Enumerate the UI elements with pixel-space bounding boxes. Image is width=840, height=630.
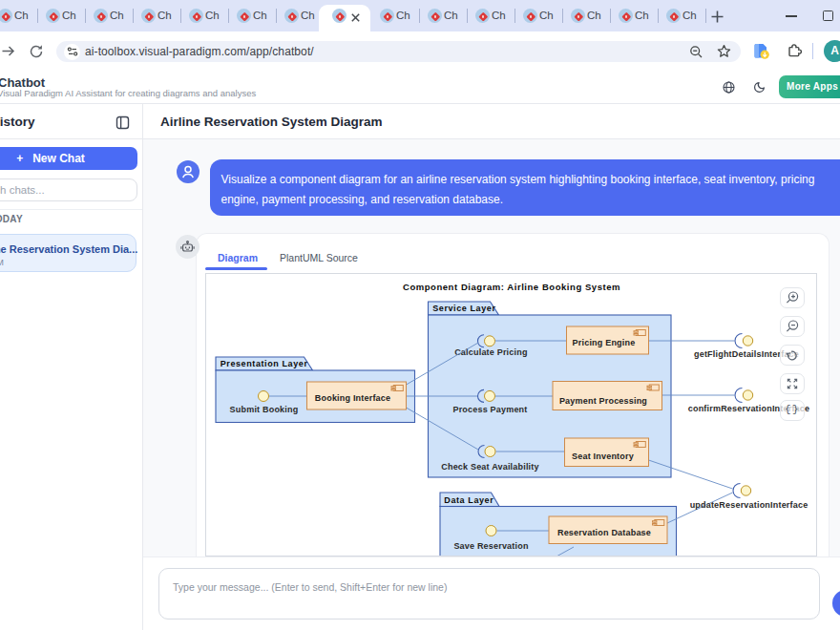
svg-text:Payment Processing: Payment Processing (559, 396, 647, 406)
svg-text:Pricing Engine: Pricing Engine (573, 338, 636, 347)
svg-text:Seat Inventory: Seat Inventory (572, 452, 634, 461)
svg-text:Booking Interface: Booking Interface (315, 393, 390, 403)
svg-text:Component Diagram: Airline Boo: Component Diagram: Airline Booking Syste… (403, 282, 620, 292)
svg-text:Submit Booking: Submit Booking (230, 405, 299, 414)
svg-text:Service Layer: Service Layer (432, 304, 495, 313)
svg-text:Presentation Layer: Presentation Layer (220, 359, 308, 368)
svg-text:Calculate Pricing: Calculate Pricing (454, 347, 527, 357)
svg-text:Process Payment: Process Payment (452, 405, 527, 414)
svg-text:Save Reservation: Save Reservation (453, 541, 528, 551)
svg-text:Reservation Database: Reservation Database (557, 528, 651, 537)
svg-text:Check Seat Availability: Check Seat Availability (441, 462, 538, 472)
svg-text:Data Layer: Data Layer (444, 495, 494, 505)
svg-text:updateReservationInterface: updateReservationInterface (690, 500, 808, 510)
